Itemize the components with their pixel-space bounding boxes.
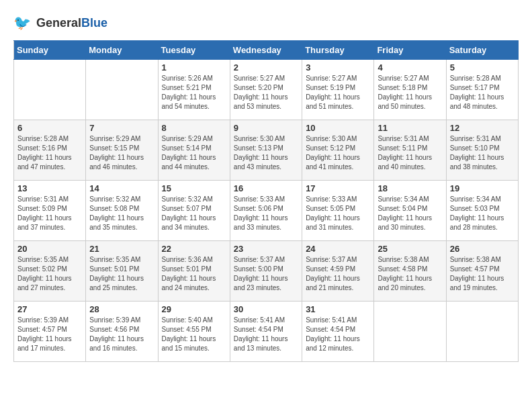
day-info: Sunrise: 5:27 AMSunset: 5:19 PMDaylight:…	[306, 74, 370, 111]
day-cell: 28Sunrise: 5:39 AMSunset: 4:56 PMDayligh…	[86, 302, 158, 362]
day-info: Sunrise: 5:27 AMSunset: 5:18 PMDaylight:…	[378, 74, 442, 111]
day-info: Sunrise: 5:38 AMSunset: 4:58 PMDaylight:…	[378, 255, 442, 293]
day-cell: 20Sunrise: 5:35 AMSunset: 5:02 PMDayligh…	[14, 241, 86, 302]
day-info: Sunrise: 5:38 AMSunset: 4:57 PMDaylight:…	[450, 255, 515, 293]
day-cell: 2Sunrise: 5:27 AMSunset: 5:20 PMDaylight…	[230, 60, 302, 120]
day-info: Sunrise: 5:29 AMSunset: 5:14 PMDaylight:…	[162, 134, 226, 172]
logo: 🐦 GeneralBlue	[13, 13, 107, 34]
day-cell	[374, 302, 446, 362]
day-info: Sunrise: 5:31 AMSunset: 5:09 PMDaylight:…	[17, 195, 82, 232]
day-info: Sunrise: 5:40 AMSunset: 4:55 PMDaylight:…	[162, 316, 226, 353]
day-cell: 19Sunrise: 5:34 AMSunset: 5:03 PMDayligh…	[446, 181, 518, 241]
day-info: Sunrise: 5:39 AMSunset: 4:56 PMDaylight:…	[89, 316, 154, 353]
day-number: 26	[450, 244, 515, 254]
week-row-1: 1Sunrise: 5:26 AMSunset: 5:21 PMDaylight…	[14, 60, 519, 120]
day-cell: 15Sunrise: 5:32 AMSunset: 5:07 PMDayligh…	[158, 181, 230, 241]
day-info: Sunrise: 5:32 AMSunset: 5:08 PMDaylight:…	[89, 195, 154, 232]
day-number: 15	[162, 183, 226, 193]
header-row: SundayMondayTuesdayWednesdayThursdayFrid…	[14, 41, 519, 60]
day-cell	[86, 60, 158, 120]
day-number: 17	[306, 183, 370, 193]
day-number: 2	[234, 62, 298, 73]
day-number: 24	[306, 244, 370, 254]
day-number: 1	[162, 62, 226, 73]
day-info: Sunrise: 5:35 AMSunset: 5:01 PMDaylight:…	[89, 255, 154, 293]
col-header-friday: Friday	[374, 41, 446, 60]
day-info: Sunrise: 5:30 AMSunset: 5:12 PMDaylight:…	[306, 134, 370, 172]
day-cell: 3Sunrise: 5:27 AMSunset: 5:19 PMDaylight…	[302, 60, 374, 120]
day-number: 3	[306, 62, 370, 73]
week-row-3: 13Sunrise: 5:31 AMSunset: 5:09 PMDayligh…	[14, 181, 519, 241]
day-info: Sunrise: 5:41 AMSunset: 4:54 PMDaylight:…	[306, 316, 370, 353]
day-number: 7	[89, 123, 154, 133]
day-info: Sunrise: 5:37 AMSunset: 5:00 PMDaylight:…	[234, 255, 298, 293]
day-cell: 17Sunrise: 5:33 AMSunset: 5:05 PMDayligh…	[302, 181, 374, 241]
day-number: 18	[378, 183, 442, 193]
day-number: 5	[450, 62, 515, 73]
day-info: Sunrise: 5:32 AMSunset: 5:07 PMDaylight:…	[162, 195, 226, 232]
day-number: 19	[450, 183, 515, 193]
day-cell	[446, 302, 518, 362]
day-number: 8	[162, 123, 226, 133]
logo-text: GeneralBlue	[36, 17, 107, 30]
page-header: 🐦 GeneralBlue	[13, 13, 519, 34]
day-number: 28	[89, 304, 154, 314]
day-info: Sunrise: 5:37 AMSunset: 4:59 PMDaylight:…	[306, 255, 370, 293]
svg-text:🐦: 🐦	[13, 14, 32, 32]
week-row-2: 6Sunrise: 5:28 AMSunset: 5:16 PMDaylight…	[14, 120, 519, 181]
week-row-5: 27Sunrise: 5:39 AMSunset: 4:57 PMDayligh…	[14, 302, 519, 362]
day-info: Sunrise: 5:31 AMSunset: 5:11 PMDaylight:…	[378, 134, 442, 172]
day-number: 29	[162, 304, 226, 314]
day-cell	[14, 60, 86, 120]
day-info: Sunrise: 5:31 AMSunset: 5:10 PMDaylight:…	[450, 134, 515, 172]
day-cell: 18Sunrise: 5:34 AMSunset: 5:04 PMDayligh…	[374, 181, 446, 241]
day-cell: 22Sunrise: 5:36 AMSunset: 5:01 PMDayligh…	[158, 241, 230, 302]
day-info: Sunrise: 5:34 AMSunset: 5:04 PMDaylight:…	[378, 195, 442, 232]
day-info: Sunrise: 5:33 AMSunset: 5:05 PMDaylight:…	[306, 195, 370, 232]
day-number: 21	[89, 244, 154, 254]
day-cell: 31Sunrise: 5:41 AMSunset: 4:54 PMDayligh…	[302, 302, 374, 362]
day-info: Sunrise: 5:34 AMSunset: 5:03 PMDaylight:…	[450, 195, 515, 232]
day-info: Sunrise: 5:28 AMSunset: 5:17 PMDaylight:…	[450, 74, 515, 111]
day-info: Sunrise: 5:30 AMSunset: 5:13 PMDaylight:…	[234, 134, 298, 172]
day-cell: 7Sunrise: 5:29 AMSunset: 5:15 PMDaylight…	[86, 120, 158, 181]
day-number: 16	[234, 183, 298, 193]
day-cell: 13Sunrise: 5:31 AMSunset: 5:09 PMDayligh…	[14, 181, 86, 241]
day-cell: 1Sunrise: 5:26 AMSunset: 5:21 PMDaylight…	[158, 60, 230, 120]
day-cell: 26Sunrise: 5:38 AMSunset: 4:57 PMDayligh…	[446, 241, 518, 302]
day-cell: 10Sunrise: 5:30 AMSunset: 5:12 PMDayligh…	[302, 120, 374, 181]
day-cell: 24Sunrise: 5:37 AMSunset: 4:59 PMDayligh…	[302, 241, 374, 302]
day-number: 31	[306, 304, 370, 314]
day-cell: 23Sunrise: 5:37 AMSunset: 5:00 PMDayligh…	[230, 241, 302, 302]
day-cell: 25Sunrise: 5:38 AMSunset: 4:58 PMDayligh…	[374, 241, 446, 302]
day-info: Sunrise: 5:35 AMSunset: 5:02 PMDaylight:…	[17, 255, 82, 293]
day-info: Sunrise: 5:39 AMSunset: 4:57 PMDaylight:…	[17, 316, 82, 353]
col-header-monday: Monday	[86, 41, 158, 60]
day-cell: 21Sunrise: 5:35 AMSunset: 5:01 PMDayligh…	[86, 241, 158, 302]
day-info: Sunrise: 5:29 AMSunset: 5:15 PMDaylight:…	[89, 134, 154, 172]
day-cell: 6Sunrise: 5:28 AMSunset: 5:16 PMDaylight…	[14, 120, 86, 181]
day-number: 13	[17, 183, 82, 193]
day-number: 9	[234, 123, 298, 133]
day-number: 4	[378, 62, 442, 73]
logo-icon: 🐦	[13, 13, 34, 34]
col-header-wednesday: Wednesday	[230, 41, 302, 60]
day-number: 25	[378, 244, 442, 254]
day-number: 11	[378, 123, 442, 133]
day-number: 20	[17, 244, 82, 254]
day-number: 22	[162, 244, 226, 254]
day-number: 14	[89, 183, 154, 193]
day-info: Sunrise: 5:26 AMSunset: 5:21 PMDaylight:…	[162, 74, 226, 111]
day-number: 12	[450, 123, 515, 133]
day-cell: 16Sunrise: 5:33 AMSunset: 5:06 PMDayligh…	[230, 181, 302, 241]
col-header-thursday: Thursday	[302, 41, 374, 60]
day-info: Sunrise: 5:28 AMSunset: 5:16 PMDaylight:…	[17, 134, 82, 172]
day-cell: 8Sunrise: 5:29 AMSunset: 5:14 PMDaylight…	[158, 120, 230, 181]
day-number: 6	[17, 123, 82, 133]
calendar-table: SundayMondayTuesdayWednesdayThursdayFrid…	[13, 40, 519, 362]
day-info: Sunrise: 5:41 AMSunset: 4:54 PMDaylight:…	[234, 316, 298, 353]
day-number: 23	[234, 244, 298, 254]
day-info: Sunrise: 5:33 AMSunset: 5:06 PMDaylight:…	[234, 195, 298, 232]
day-cell: 11Sunrise: 5:31 AMSunset: 5:11 PMDayligh…	[374, 120, 446, 181]
day-cell: 27Sunrise: 5:39 AMSunset: 4:57 PMDayligh…	[14, 302, 86, 362]
